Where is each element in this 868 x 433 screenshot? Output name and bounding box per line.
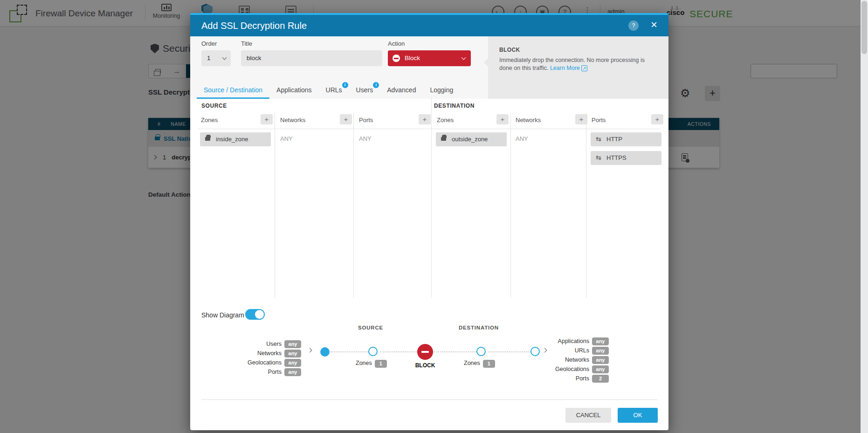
- action-info-description: Immediately drop the connection. No more…: [499, 56, 656, 72]
- cancel-button[interactable]: CANCEL: [565, 408, 611, 423]
- destination-section-title: DESTINATION: [434, 103, 475, 109]
- any-value: ANY: [280, 135, 353, 142]
- destination-ports-column: Ports+ ⇆HTTP ⇆HTTPS: [589, 113, 664, 170]
- diagram-left-users: Usersany: [209, 340, 301, 348]
- tab-logging[interactable]: Logging: [423, 83, 460, 99]
- source-destination-panel: SOURCE DESTINATION Zones+ inside_zone Ne…: [190, 99, 668, 298]
- show-diagram-label: Show Diagram: [201, 311, 244, 319]
- diagram-left-ports: Portsany: [209, 368, 301, 376]
- dialog-header: Add SSL Decryption Rule ? ×: [190, 15, 668, 36]
- ok-button[interactable]: OK: [618, 408, 658, 423]
- source-zones-column: Zones+ inside_zone: [198, 113, 274, 151]
- add-destination-zone-button[interactable]: +: [496, 114, 509, 124]
- diagram-destination-label: DESTINATION: [459, 325, 499, 330]
- title-label: Title: [241, 40, 252, 47]
- block-icon: [393, 55, 400, 62]
- screen: Firewall Device Manager Monitoring ›_ ↓ …: [0, 0, 868, 433]
- source-ports-column: Ports+ ANY: [356, 113, 432, 142]
- order-label: Order: [201, 40, 217, 47]
- external-link-icon: ↗: [581, 65, 587, 71]
- chevron-down-icon: [222, 55, 227, 60]
- add-source-zone-button[interactable]: +: [261, 114, 273, 124]
- action-info-title: BLOCK: [499, 47, 657, 53]
- any-value: ANY: [359, 135, 432, 142]
- tab-urls[interactable]: URLsi: [319, 83, 349, 99]
- destination-zones-node-label: Zones1: [464, 360, 495, 368]
- dialog-title: Add SSL Decryption Rule: [201, 21, 307, 31]
- add-destination-network-button[interactable]: +: [575, 114, 587, 124]
- tab-advanced[interactable]: Advanced: [380, 83, 423, 99]
- block-action-node: [417, 344, 433, 360]
- block-action-label: BLOCK: [413, 362, 437, 369]
- action-select[interactable]: Block: [388, 50, 471, 66]
- flow-start-node: [320, 347, 330, 357]
- chevron-down-icon: [462, 55, 466, 60]
- order-select[interactable]: 1: [201, 50, 231, 66]
- diagram-right-geolocations: Geolocationsany: [517, 365, 609, 373]
- action-label: Action: [388, 40, 405, 47]
- add-destination-port-button[interactable]: +: [651, 114, 663, 124]
- source-section-title: SOURCE: [201, 103, 227, 109]
- diagram-left-networks: Networksany: [209, 350, 301, 357]
- source-zones-node-label: Zones1: [356, 360, 387, 368]
- info-badge-icon: i: [373, 82, 379, 88]
- diagram-right-ports: Ports2: [517, 375, 609, 383]
- page-scrollbar[interactable]: [861, 0, 868, 433]
- scrollbar-thumb[interactable]: [861, 1, 867, 54]
- destination-zone-chip[interactable]: outside_zone: [436, 132, 507, 146]
- diagram-right-urls: URLsany: [517, 347, 609, 355]
- info-badge-icon: i: [342, 82, 348, 88]
- tab-applications[interactable]: Applications: [269, 83, 319, 99]
- source-zone-chip[interactable]: inside_zone: [200, 132, 271, 146]
- title-input[interactable]: block: [241, 50, 382, 66]
- destination-port-chip[interactable]: ⇆HTTPS: [591, 151, 661, 165]
- show-diagram-toggle[interactable]: [245, 309, 265, 320]
- add-ssl-decryption-rule-dialog: Add SSL Decryption Rule ? × Order 1 Titl…: [190, 13, 668, 430]
- destination-zones-node: [476, 347, 486, 356]
- tab-source-destination[interactable]: Source / Destination: [197, 83, 269, 99]
- tab-users[interactable]: Usersi: [349, 83, 380, 99]
- lock-icon: [205, 137, 210, 141]
- dialog-tabs: Source / Destination Applications URLsi …: [197, 83, 460, 99]
- footer-divider: [201, 399, 657, 400]
- diagram-right-networks: Networksany: [517, 356, 609, 364]
- diagram-source-label: SOURCE: [358, 325, 383, 330]
- dialog-help-icon[interactable]: ?: [628, 21, 639, 31]
- any-value: ANY: [516, 135, 588, 142]
- ports-icon: ⇆: [596, 135, 601, 143]
- destination-port-chip[interactable]: ⇆HTTP: [591, 132, 661, 146]
- destination-networks-column: Networks+ ANY: [513, 113, 588, 142]
- add-source-network-button[interactable]: +: [340, 114, 352, 124]
- lock-icon: [441, 137, 446, 141]
- source-zones-node: [368, 347, 378, 356]
- action-info-panel: BLOCK Immediately drop the connection. N…: [488, 36, 668, 99]
- rule-form: Order 1 Title block Action Block BLOCK I…: [190, 36, 668, 99]
- source-networks-column: Networks+ ANY: [277, 113, 353, 142]
- add-source-port-button[interactable]: +: [419, 114, 431, 124]
- close-icon[interactable]: ×: [651, 18, 657, 31]
- diagram-left-geolocations: Geolocationsany: [209, 359, 301, 367]
- ports-icon: ⇆: [596, 154, 601, 161]
- learn-more-link[interactable]: Learn More ↗: [550, 65, 587, 71]
- diagram-right-applications: Applicationsany: [517, 337, 609, 345]
- destination-zones-column: Zones+ outside_zone: [434, 113, 510, 151]
